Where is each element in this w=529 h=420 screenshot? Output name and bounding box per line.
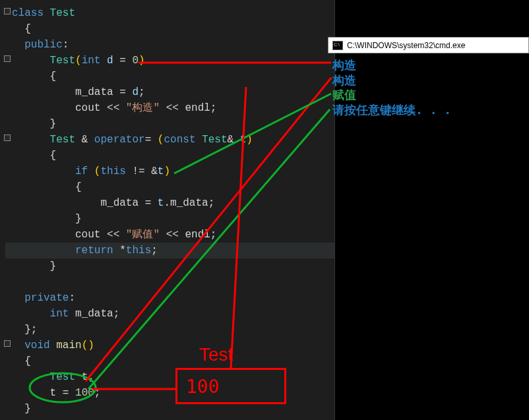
annotation-value-text: 100 [186,376,220,398]
code-line: Test & operator= (const Test& t) [5,132,334,148]
code-line: } [5,116,334,132]
code-line: void main() [5,338,334,353]
code-line: m_data = t.m_data; [5,195,334,211]
code-line: cout << "构造" << endl; [5,100,334,116]
code-line: { [5,179,334,195]
collapse-icon[interactable] [4,340,11,347]
code-line: int m_data; [5,306,334,322]
collapse-icon[interactable] [4,135,11,141]
code-line: { [5,148,334,164]
code-line: { [5,353,334,369]
cmd-titlebar[interactable]: C:\WINDOWS\system32\cmd.exe [328,37,529,53]
code-line: class Test [5,5,334,21]
cmd-output-line: 构造 [332,58,451,73]
code-editor[interactable]: class Test { public: Test(int d = 0) { m… [0,0,335,420]
cmd-output-line: 请按任意键继续. . . [332,103,451,118]
code-line: } [5,211,334,227]
code-line: public: [5,37,334,53]
code-line: Test(int d = 0) [5,53,334,69]
cmd-title-text: C:\WINDOWS\system32\cmd.exe [347,41,465,50]
code-line: } [5,258,334,274]
collapse-icon[interactable] [4,55,11,62]
annotation-test-label: Test [199,344,233,365]
code-line: m_data = d; [5,84,334,100]
cmd-output-line: 赋值 [332,88,451,103]
code-line [5,274,334,290]
cmd-output: 构造 构造 赋值 请按任意键继续. . . [332,58,451,117]
code-line: private: [5,290,334,306]
collapse-icon[interactable] [4,8,11,15]
code-line: { [5,21,334,37]
code-line: { [5,69,334,84]
code-line: }; [5,322,334,338]
cmd-output-line: 构造 [332,73,451,88]
code-line: if (this != &t) [5,164,334,179]
code-line: return *this; [5,243,334,258]
cmd-icon [332,41,343,50]
code-line: cout << "赋值" << endl; [5,227,334,243]
